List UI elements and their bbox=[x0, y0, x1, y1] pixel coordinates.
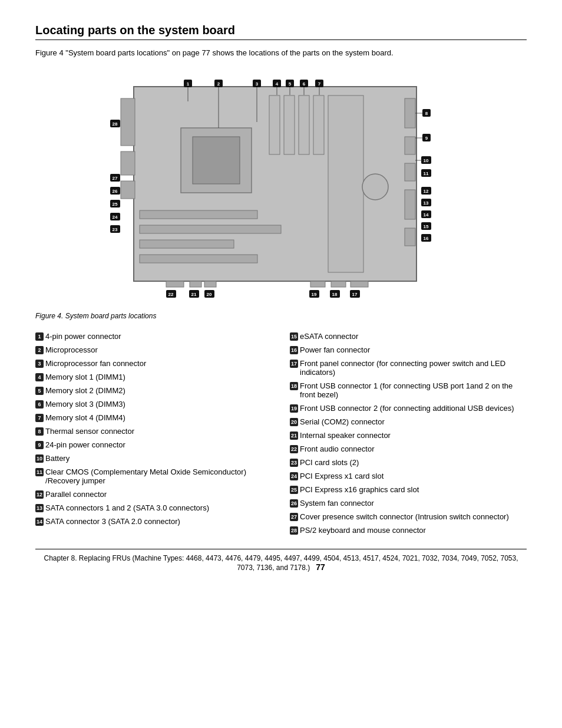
part-badge-28: 28 bbox=[290, 526, 298, 535]
svg-text:18: 18 bbox=[332, 292, 338, 297]
svg-text:15: 15 bbox=[424, 224, 429, 229]
part-label-24: PCI Express x1 card slot bbox=[300, 472, 527, 480]
part-label-28: PS/2 keyboard and mouse connector bbox=[300, 526, 527, 535]
part-badge-8: 8 bbox=[35, 427, 44, 436]
svg-rect-8 bbox=[299, 95, 309, 154]
part-badge-3: 3 bbox=[35, 360, 44, 368]
part-item-4: 4Memory slot 1 (DIMM1) bbox=[35, 370, 272, 384]
part-label-8: Thermal sensor connector bbox=[45, 427, 272, 436]
part-item-9: 924-pin power connector bbox=[35, 438, 272, 452]
part-badge-16: 16 bbox=[290, 346, 298, 354]
part-badge-26: 26 bbox=[290, 499, 298, 508]
part-badge-22: 22 bbox=[290, 445, 298, 453]
part-label-18: Front USB connector 1 (for connecting US… bbox=[300, 381, 527, 399]
part-item-10: 10Battery bbox=[35, 452, 272, 465]
svg-rect-21 bbox=[166, 281, 184, 287]
parts-grid: 14-pin power connector2Microprocessor3Mi… bbox=[35, 330, 527, 537]
part-item-7: 7Memory slot 4 (DIMM4) bbox=[35, 411, 272, 424]
svg-point-20 bbox=[362, 174, 388, 200]
part-label-25: PCI Express x16 graphics card slot bbox=[300, 485, 527, 494]
part-badge-1: 1 bbox=[35, 332, 44, 341]
part-label-5: Memory slot 2 (DIMM2) bbox=[45, 386, 272, 395]
part-label-11: Clear CMOS (Complementary Metal Oxide Se… bbox=[45, 467, 272, 485]
diagram-wrapper: 1 2 3 4 5 6 7 8 9 bbox=[75, 69, 487, 305]
part-label-16: Power fan connector bbox=[300, 345, 527, 354]
part-badge-25: 25 bbox=[290, 486, 298, 494]
svg-text:22: 22 bbox=[168, 292, 174, 297]
part-badge-5: 5 bbox=[35, 387, 44, 395]
part-label-17: Front panel connector (for connecting po… bbox=[300, 359, 527, 377]
part-label-10: Battery bbox=[45, 454, 272, 463]
part-item-22: 22Front audio connector bbox=[290, 442, 527, 456]
svg-text:14: 14 bbox=[424, 212, 429, 218]
part-badge-19: 19 bbox=[290, 404, 298, 413]
svg-text:21: 21 bbox=[191, 292, 197, 297]
svg-rect-11 bbox=[405, 98, 415, 128]
svg-rect-24 bbox=[310, 281, 325, 287]
svg-rect-23 bbox=[204, 281, 216, 287]
part-label-6: Memory slot 3 (DIMM3) bbox=[45, 400, 272, 409]
intro-text: Figure 4 "System board parts locations" … bbox=[35, 48, 527, 57]
svg-text:5: 5 bbox=[289, 81, 292, 87]
footer-text: Chapter 8. Replacing FRUs (Machine Types… bbox=[44, 554, 518, 572]
part-badge-11: 11 bbox=[35, 468, 44, 476]
svg-rect-16 bbox=[140, 210, 257, 219]
part-label-1: 4-pin power connector bbox=[45, 332, 272, 341]
part-badge-9: 9 bbox=[35, 441, 44, 449]
svg-rect-2 bbox=[121, 151, 135, 175]
svg-text:3: 3 bbox=[256, 81, 259, 87]
diagram-container: 1 2 3 4 5 6 7 8 9 bbox=[35, 69, 527, 305]
svg-text:25: 25 bbox=[113, 202, 118, 207]
page-title: Locating parts on the system board bbox=[35, 24, 527, 40]
svg-rect-3 bbox=[121, 181, 135, 199]
svg-text:23: 23 bbox=[113, 227, 118, 232]
part-item-20: 20Serial (COM2) connector bbox=[290, 415, 527, 429]
svg-rect-6 bbox=[269, 95, 280, 154]
svg-rect-14 bbox=[405, 190, 415, 219]
svg-rect-5 bbox=[193, 137, 240, 184]
svg-rect-18 bbox=[140, 240, 234, 248]
svg-text:19: 19 bbox=[312, 292, 317, 297]
svg-rect-19 bbox=[140, 255, 257, 263]
svg-text:11: 11 bbox=[424, 171, 429, 176]
part-badge-18: 18 bbox=[290, 382, 298, 390]
svg-text:26: 26 bbox=[113, 189, 118, 194]
svg-text:10: 10 bbox=[424, 158, 429, 163]
part-item-1: 14-pin power connector bbox=[35, 330, 272, 343]
part-label-2: Microprocessor bbox=[45, 345, 272, 354]
part-item-14: 14SATA connector 3 (SATA 2.0 connector) bbox=[35, 515, 272, 528]
part-badge-14: 14 bbox=[35, 518, 44, 526]
svg-text:6: 6 bbox=[303, 81, 306, 87]
svg-text:28: 28 bbox=[113, 121, 118, 127]
part-item-26: 26System fan connector bbox=[290, 496, 527, 510]
part-item-23: 23PCI card slots (2) bbox=[290, 456, 527, 469]
svg-text:20: 20 bbox=[207, 292, 212, 297]
svg-text:24: 24 bbox=[113, 215, 118, 220]
svg-rect-22 bbox=[190, 281, 201, 287]
part-label-12: Parallel connector bbox=[45, 490, 272, 499]
part-badge-4: 4 bbox=[35, 373, 44, 381]
svg-rect-1 bbox=[121, 98, 135, 146]
part-badge-10: 10 bbox=[35, 454, 44, 463]
part-item-5: 5Memory slot 2 (DIMM2) bbox=[35, 384, 272, 397]
part-label-14: SATA connector 3 (SATA 2.0 connector) bbox=[45, 517, 272, 526]
part-item-2: 2Microprocessor bbox=[35, 343, 272, 357]
part-badge-15: 15 bbox=[290, 332, 298, 341]
part-item-16: 16Power fan connector bbox=[290, 343, 527, 357]
part-label-9: 24-pin power connector bbox=[45, 440, 272, 449]
part-label-22: Front audio connector bbox=[300, 444, 527, 453]
part-label-26: System fan connector bbox=[300, 499, 527, 508]
svg-rect-25 bbox=[331, 281, 346, 287]
part-badge-24: 24 bbox=[290, 472, 298, 480]
part-badge-20: 20 bbox=[290, 418, 298, 426]
part-item-13: 13SATA connectors 1 and 2 (SATA 3.0 conn… bbox=[35, 501, 272, 515]
figure-caption: Figure 4. System board parts locations bbox=[35, 312, 527, 320]
svg-rect-26 bbox=[351, 281, 368, 287]
svg-text:16: 16 bbox=[424, 236, 429, 241]
part-item-25: 25PCI Express x16 graphics card slot bbox=[290, 483, 527, 496]
part-label-23: PCI card slots (2) bbox=[300, 458, 527, 467]
part-label-20: Serial (COM2) connector bbox=[300, 417, 527, 426]
part-item-17: 17Front panel connector (for connecting … bbox=[290, 357, 527, 379]
part-item-15: 15eSATA connector bbox=[290, 330, 527, 343]
part-label-15: eSATA connector bbox=[300, 332, 527, 341]
